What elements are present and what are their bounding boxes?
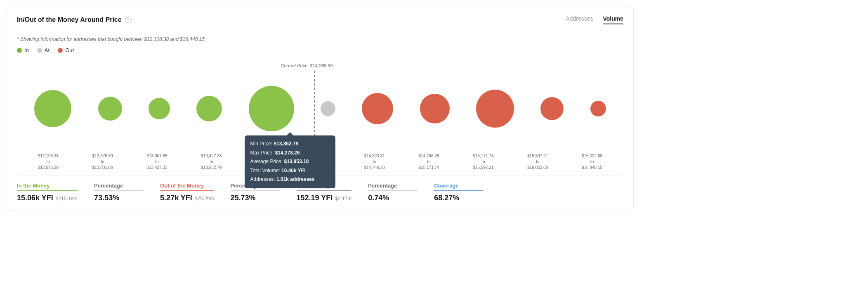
- tab-group: Addresses Volume: [566, 15, 623, 24]
- range-label-0: $12,108.38to$12,576.39: [28, 153, 69, 171]
- bubble-9: [540, 97, 564, 120]
- bubble-1: [98, 97, 122, 121]
- stat-header-out: Out of the Money: [160, 183, 214, 191]
- bubble-circle-1[interactable]: [98, 97, 122, 121]
- tab-volume[interactable]: Volume: [603, 15, 623, 24]
- bubble-7: [420, 94, 450, 123]
- bubble-circle-4[interactable]: [249, 86, 294, 131]
- stat-value-in: 15.06k YFI: [17, 194, 53, 202]
- range-label-10: $16,022.68to$16,448.15: [571, 153, 613, 171]
- bubble-2: [149, 98, 170, 119]
- tooltip-max-value: $14,278.26: [275, 150, 300, 156]
- legend-label-in: In: [24, 47, 29, 53]
- chart-area: Current Price: $14,288.99: [17, 63, 623, 171]
- legend-in: In: [17, 47, 29, 53]
- range-label-9: $15,597.21to$16,022.68: [517, 153, 558, 171]
- subtitle-text: * Showing information for addresses that…: [17, 36, 623, 42]
- bubble-4: Min Price: $13,852.79 Max Price: $14,278…: [249, 86, 294, 131]
- tooltip-vol-value: 10.46k YFI: [281, 168, 306, 173]
- stat-value-out: 5.27k YFI: [160, 194, 192, 202]
- stat-percent-at: 0.74%: [368, 194, 417, 202]
- stat-pct-in: Percentage 73.53%: [94, 183, 144, 202]
- stat-out-the-money: Out of the Money 5.27k YFI $75.29m: [160, 183, 214, 202]
- header-row: In/Out of the Money Around Price ? Addre…: [17, 15, 623, 31]
- stat-main-in: 15.06k YFI $215.18m: [17, 194, 78, 202]
- stat-header-coverage: Coverage: [434, 183, 484, 191]
- stat-value-coverage: 68.27%: [434, 194, 484, 202]
- stat-percent-out: 25.73%: [231, 194, 280, 202]
- title-group: In/Out of the Money Around Price ?: [17, 16, 132, 24]
- help-icon[interactable]: ?: [125, 17, 132, 23]
- current-price-label: Current Price: $14,288.99: [281, 63, 333, 68]
- stat-header-pct-at: Percentage: [368, 183, 417, 191]
- tooltip-avg-label: Average Price:: [250, 159, 283, 164]
- bubble-circle-3[interactable]: [196, 96, 222, 121]
- stat-percent-in: 73.53%: [94, 194, 144, 202]
- tooltip-max-label: Max Price:: [250, 150, 274, 156]
- legend-dot-gray: [37, 48, 42, 53]
- stat-pct-at: Percentage 0.74%: [368, 183, 417, 202]
- bubble-circle-8[interactable]: [476, 90, 514, 128]
- bubble-circle-0[interactable]: [34, 90, 71, 127]
- stat-coverage: Coverage 68.27%: [434, 183, 484, 202]
- legend-label-at: At: [45, 47, 50, 53]
- legend-label-out: Out: [65, 47, 74, 53]
- tooltip-min-value: $13,852.79: [274, 141, 298, 147]
- bubble-tooltip: Min Price: $13,852.79 Max Price: $14,278…: [245, 135, 335, 188]
- tooltip-avg-value: $13,953.18: [284, 159, 309, 164]
- stat-header-in: In the Money: [17, 183, 78, 191]
- bubble-8: [476, 90, 514, 128]
- range-label-8: $15,171.74to$15,597.21: [462, 153, 504, 171]
- legend-at: At: [37, 47, 50, 53]
- range-label-2: $13,001.86to$13,427.33: [137, 153, 178, 171]
- bubble-3: [196, 96, 222, 121]
- legend: In At Out: [17, 47, 623, 53]
- page-title: In/Out of the Money Around Price: [17, 16, 122, 24]
- tab-addresses[interactable]: Addresses: [566, 15, 593, 24]
- range-label-3: $13,427.33to$13,852.79: [191, 153, 232, 171]
- stat-sub-at: $2.17m: [335, 196, 351, 202]
- bubble-10: [590, 101, 606, 116]
- stat-main-at: 152.19 YFI $2.17m: [297, 194, 352, 202]
- legend-dot-red: [58, 48, 63, 53]
- main-card: In/Out of the Money Around Price ? Addre…: [7, 7, 634, 211]
- stat-in-the-money: In the Money 15.06k YFI $215.18m: [17, 183, 78, 202]
- tooltip-addr-value: 1.01k addresses: [276, 176, 315, 182]
- stat-main-out: 5.27k YFI $75.29m: [160, 194, 214, 202]
- stat-sub-out: $75.29m: [195, 196, 214, 202]
- tooltip-vol-label: Total Volume:: [250, 168, 280, 173]
- bubble-circle-10[interactable]: [590, 101, 606, 116]
- bubble-circle-5[interactable]: [321, 101, 335, 116]
- stat-sub-in: $215.18m: [56, 196, 78, 202]
- stat-header-pct-in: Percentage: [94, 183, 144, 191]
- tooltip-min-label: Min Price:: [250, 141, 272, 147]
- bubble-circle-7[interactable]: [420, 94, 450, 123]
- range-label-7: $14,746.28to$15,171.74: [408, 153, 450, 171]
- bubble-circle-9[interactable]: [540, 97, 564, 120]
- legend-dot-green: [17, 48, 22, 53]
- tooltip-addr-label: Addresses:: [250, 176, 275, 182]
- range-label-6: $14,320.81to$14,746.28: [354, 153, 395, 171]
- bubble-5: [321, 101, 335, 116]
- bubble-circle-6[interactable]: [362, 93, 393, 124]
- legend-out: Out: [58, 47, 74, 53]
- bubble-0: [34, 90, 71, 127]
- bubble-6: [362, 93, 393, 124]
- stat-value-at: 152.19 YFI: [297, 194, 333, 202]
- range-label-1: $12,576.39to$13,001.86: [82, 153, 123, 171]
- bubble-circle-2[interactable]: [149, 98, 170, 119]
